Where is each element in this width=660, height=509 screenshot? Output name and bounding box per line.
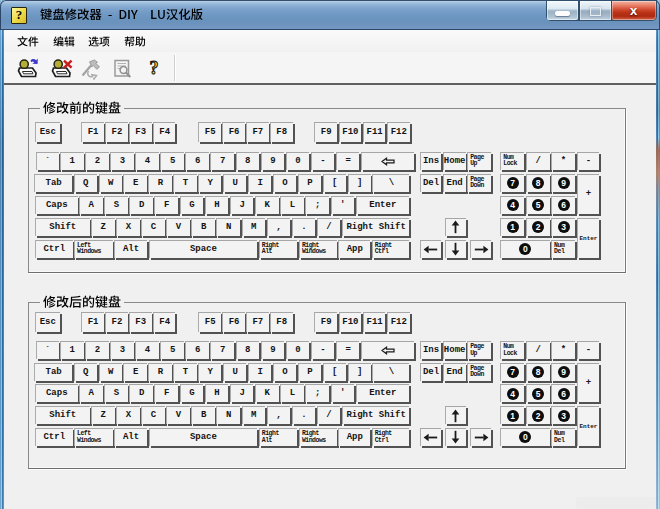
svg-text:?: ? xyxy=(150,58,159,78)
